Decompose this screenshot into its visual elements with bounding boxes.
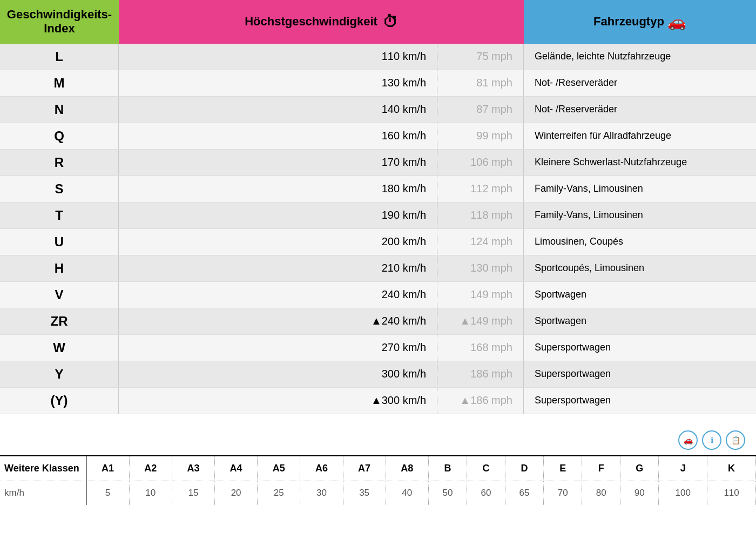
header-index: Geschwindigkeits- Index [0,0,119,44]
speed-mph-cell: 112 mph [437,176,524,202]
class-header-cell: F [582,456,620,481]
table-row: M 130 km/h 81 mph Not- /Reserveräder [0,70,756,97]
table-row: S 180 km/h 112 mph Family-Vans, Limousin… [0,176,756,203]
table-row: H 210 km/h 130 mph Sportcoupés, Limousin… [0,255,756,282]
header-index-line1: Geschwindigkeits- [7,8,112,21]
speed-mph-cell: ▲149 mph [437,308,524,334]
speed-mph-cell: 168 mph [437,335,524,361]
table-row: R 170 km/h 106 mph Kleinere Schwerlast-N… [0,150,756,176]
speed-mph-cell: 118 mph [437,203,524,228]
type-cell: Family-Vans, Limousinen [524,176,756,202]
icon-1: 🚗 [678,430,698,450]
type-cell: Not- /Reserveräder [524,97,756,123]
data-table: L 110 km/h 75 mph Gelände, leichte Nutzf… [0,44,756,414]
icons-row: 🚗 ℹ 📋 [0,425,756,455]
header-row: Geschwindigkeits- Index Höchstgeschwindi… [0,0,756,44]
index-cell: Q [0,123,119,149]
header-type-text: Fahrzeugtyp [593,15,664,29]
class-header-cell: A2 [129,456,172,481]
class-header-cell: A3 [172,456,214,481]
table-row: W 270 km/h 168 mph Supersportwagen [0,335,756,361]
table-row: T 190 km/h 118 mph Family-Vans, Limousin… [0,203,756,229]
speed-kmh-cell: 240 km/h [119,282,437,308]
speed-kmh-cell: 170 km/h [119,150,437,176]
table-row: U 200 km/h 124 mph Limousinen, Coupés [0,229,756,255]
speed-value-cell: 65 [505,481,544,505]
index-cell: M [0,70,119,96]
speed-value-cell: 60 [467,481,505,505]
table-row: V 240 km/h 149 mph Sportwagen [0,282,756,308]
type-cell: Sportcoupés, Limousinen [524,255,756,281]
speed-mph-cell: 106 mph [437,150,524,176]
index-cell: U [0,229,119,255]
type-cell: Family-Vans, Limousinen [524,203,756,228]
speed-value-cell: 80 [582,481,620,505]
unit-label: km/h [0,481,86,505]
icon-3: 📋 [726,430,745,450]
speed-value-cell: 40 [386,481,428,505]
header-speed: Höchstgeschwindigkeit ⏱ [119,0,524,44]
speed-kmh-cell: 270 km/h [119,335,437,361]
index-cell: H [0,255,119,281]
icon-2: ℹ [702,430,721,450]
speedometer-icon: ⏱ [383,13,398,31]
weitere-table: Weitere KlassenA1A2A3A4A5A6A7A8BCDEFGJKk… [0,455,756,505]
speed-mph-cell: 87 mph [437,97,524,123]
type-cell: Limousinen, Coupés [524,229,756,255]
table-row: (Y) ▲300 km/h ▲186 mph Supersportwagen [0,388,756,414]
speed-kmh-cell: ▲300 km/h [119,388,437,414]
index-cell: S [0,176,119,202]
speed-value-cell: 70 [544,481,582,505]
speed-value-cell: 15 [172,481,214,505]
index-cell: L [0,44,119,70]
speed-value-cell: 30 [300,481,343,505]
speed-kmh-cell: 110 km/h [119,44,437,70]
speed-kmh-cell: ▲240 km/h [119,308,437,334]
car-icon: 🚗 [667,13,686,31]
header-index-line2: Index [44,22,75,35]
table-row: L 110 km/h 75 mph Gelände, leichte Nutzf… [0,44,756,70]
class-header-cell: A7 [343,456,386,481]
speed-kmh-cell: 160 km/h [119,123,437,149]
speed-mph-cell: 186 mph [437,361,524,387]
speed-mph-cell: 75 mph [437,44,524,70]
index-cell: Y [0,361,119,387]
speed-value-cell: 35 [343,481,386,505]
type-cell: Winterreifen für Allradfahrzeuge [524,123,756,149]
class-header-cell: D [505,456,544,481]
speed-kmh-cell: 300 km/h [119,361,437,387]
header-type: Fahrzeugtyp 🚗 [524,0,756,44]
speed-mph-cell: 130 mph [437,255,524,281]
class-header-cell: A4 [215,456,258,481]
header-speed-text: Höchstgeschwindigkeit [245,15,377,29]
class-header-cell: B [428,456,467,481]
index-cell: V [0,282,119,308]
index-cell: ZR [0,308,119,334]
speed-value-cell: 25 [258,481,300,505]
class-header-cell: A8 [386,456,428,481]
speed-value-cell: 5 [86,481,129,505]
class-header-cell: J [659,456,707,481]
speed-kmh-cell: 130 km/h [119,70,437,96]
speed-kmh-cell: 180 km/h [119,176,437,202]
speed-mph-cell: 81 mph [437,70,524,96]
speed-value-cell: 10 [129,481,172,505]
index-cell: R [0,150,119,176]
table-row: Y 300 km/h 186 mph Supersportwagen [0,361,756,388]
type-cell: Gelände, leichte Nutzfahrzeuge [524,44,756,70]
weitere-klassen-label: Weitere Klassen [0,456,86,481]
speed-value-cell: 90 [620,481,659,505]
class-header-cell: C [467,456,505,481]
class-header-cell: A5 [258,456,300,481]
class-header-cell: A1 [86,456,129,481]
class-header-cell: G [620,456,659,481]
class-header-cell: E [544,456,582,481]
class-header-cell: A6 [300,456,343,481]
table-row: N 140 km/h 87 mph Not- /Reserveräder [0,97,756,123]
header-index-text: Geschwindigkeits- Index [7,8,112,36]
speed-value-cell: 50 [428,481,467,505]
speed-value-cell: 110 [707,481,756,505]
type-cell: Sportwagen [524,308,756,334]
speed-value-cell: 20 [215,481,258,505]
speed-kmh-cell: 200 km/h [119,229,437,255]
